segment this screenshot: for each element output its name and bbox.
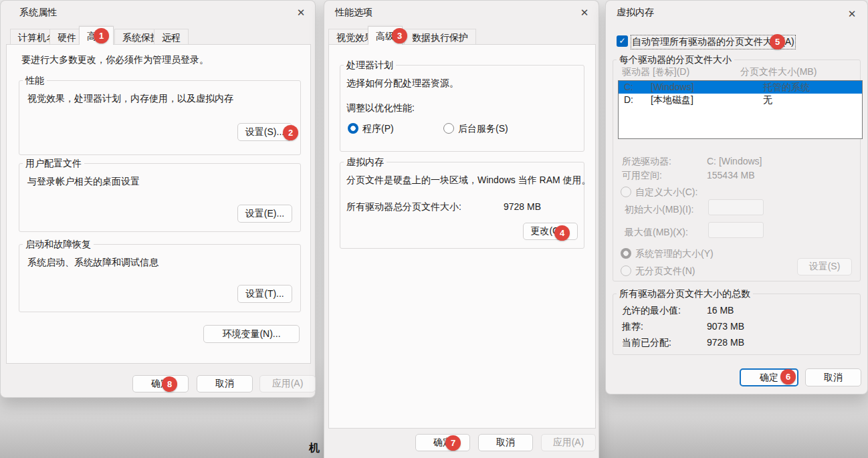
step-badge-3: 3 bbox=[392, 28, 407, 43]
background-services-radio[interactable] bbox=[443, 123, 454, 134]
initial-size-input bbox=[708, 199, 764, 215]
custom-size-radio bbox=[621, 187, 631, 197]
currently-allocated-label: 当前已分配: bbox=[622, 337, 671, 349]
system-managed-radio bbox=[621, 248, 631, 259]
per-drive-group: 每个驱动器的分页文件大小 驱动器 [卷标](D) 分页文件大小(MB) C: [… bbox=[613, 60, 861, 281]
auto-manage-checkbox[interactable]: ✓ bbox=[617, 35, 628, 47]
drive-letter: D: bbox=[624, 94, 633, 106]
startup-recovery-group-title: 启动和故障恢复 bbox=[23, 239, 94, 250]
startup-recovery-group-desc: 系统启动、系统故障和调试信息 bbox=[27, 257, 158, 269]
advanced-tab-panel: 要进行大多数更改，你必须作为管理员登录。 性能 视觉效果，处理器计划，内存使用，… bbox=[6, 44, 311, 364]
drive-letter: C: bbox=[624, 81, 633, 94]
drive-column-header: 驱动器 [卷标](D) bbox=[622, 66, 689, 78]
cancel-button[interactable]: 取消 bbox=[478, 434, 533, 451]
minimum-allowed-value: 16 MB bbox=[707, 305, 734, 316]
ok-button[interactable]: 确定 bbox=[415, 434, 470, 451]
virtual-memory-group: 虚拟内存 分页文件是硬盘上的一块区域，Windows 当作 RAM 使用。 所有… bbox=[340, 162, 584, 249]
performance-group-desc: 视觉效果，处理器计划，内存使用，以及虚拟内存 bbox=[27, 93, 233, 105]
cancel-button[interactable]: 取消 bbox=[197, 375, 253, 392]
tab-dep[interactable]: 数据执行保护 bbox=[404, 29, 476, 45]
ok-button[interactable]: 确定 bbox=[132, 375, 189, 392]
custom-size-radio-label: 自定义大小(C): bbox=[635, 187, 697, 199]
startup-recovery-settings-button[interactable]: 设置(T)... bbox=[237, 285, 292, 303]
step-badge-8: 8 bbox=[162, 376, 177, 392]
drive-paging-size: 托管的系统 bbox=[763, 81, 810, 94]
virtual-memory-group-title: 虚拟内存 bbox=[344, 156, 387, 168]
background-text-fragment: 机 bbox=[309, 441, 320, 455]
tab-strip: 视觉效果 高级 数据执行保护 bbox=[328, 26, 596, 45]
selected-drive-label: 所选驱动器: bbox=[622, 156, 671, 168]
step-badge-4: 4 bbox=[554, 225, 570, 241]
paging-file-desc: 分页文件是硬盘上的一块区域，Windows 当作 RAM 使用。 bbox=[346, 175, 591, 187]
user-profiles-group-title: 用户配置文件 bbox=[23, 158, 84, 169]
tab-strip: 计算机名 硬件 高级 系统保护 远程 bbox=[10, 26, 304, 45]
drive-paging-size: 无 bbox=[763, 94, 772, 106]
close-icon[interactable]: ✕ bbox=[292, 5, 310, 21]
performance-options-dialog: 性能选项 ✕ 视觉效果 高级 数据执行保护 3 处理器计划 选择如何分配处理器资… bbox=[324, 0, 599, 458]
programs-radio-label[interactable]: 程序(P) bbox=[362, 123, 394, 135]
tab-remote[interactable]: 远程 bbox=[154, 29, 189, 45]
user-profiles-group: 用户配置文件 与登录帐户相关的桌面设置 设置(E)... bbox=[19, 163, 301, 232]
processor-scheduling-group: 处理器计划 选择如何分配处理器资源。 调整以优化性能: 程序(P) 后台服务(S… bbox=[340, 65, 584, 152]
step-badge-1: 1 bbox=[94, 28, 109, 43]
total-paging-label: 所有驱动器总分页文件大小: bbox=[346, 201, 461, 213]
dialog-title: 系统属性 bbox=[19, 7, 57, 19]
set-button: 设置(S) bbox=[797, 258, 852, 275]
minimum-allowed-label: 允许的最小值: bbox=[622, 305, 681, 317]
apply-button: 应用(A) bbox=[259, 375, 316, 392]
no-paging-file-radio bbox=[621, 265, 631, 276]
step-badge-2: 2 bbox=[283, 125, 298, 140]
dialog-title: 虚拟内存 bbox=[617, 7, 654, 19]
drive-listbox[interactable]: C: [Windows] 托管的系统 D: [本地磁盘] 无 bbox=[618, 80, 863, 139]
max-size-label: 最大值(MB)(X): bbox=[625, 227, 688, 239]
currently-allocated-value: 9728 MB bbox=[707, 337, 744, 348]
advanced-tab-panel: 处理器计划 选择如何分配处理器资源。 调整以优化性能: 程序(P) 后台服务(S… bbox=[328, 44, 596, 429]
step-badge-5: 5 bbox=[770, 34, 785, 49]
initial-size-label: 初始大小(MB)(I): bbox=[625, 204, 693, 216]
system-managed-radio-label: 系统管理的大小(Y) bbox=[635, 248, 714, 260]
virtual-memory-dialog: 虚拟内存 ✕ ✓ 自动管理所有驱动器的分页文件大小(A) 5 每个驱动器的分页文… bbox=[605, 0, 868, 394]
environment-variables-button[interactable]: 环境变量(N)... bbox=[203, 325, 300, 343]
close-icon[interactable]: ✕ bbox=[843, 6, 861, 22]
step-badge-6: 6 bbox=[780, 369, 796, 384]
user-profiles-settings-button[interactable]: 设置(E)... bbox=[237, 205, 292, 223]
adjust-performance-label: 调整以优化性能: bbox=[346, 102, 415, 114]
totals-group: 所有驱动器分页文件大小的总数 允许的最小值: 16 MB 推荐: 9073 MB… bbox=[613, 294, 861, 355]
drive-row-d[interactable]: D: [本地磁盘] 无 bbox=[619, 94, 862, 106]
user-profiles-group-desc: 与登录帐户相关的桌面设置 bbox=[27, 176, 140, 188]
drive-volume: [Windows] bbox=[651, 81, 694, 94]
programs-radio[interactable] bbox=[348, 123, 358, 134]
performance-group: 性能 视觉效果，处理器计划，内存使用，以及虚拟内存 设置(S)... bbox=[19, 80, 301, 155]
virtual-memory-titlebar: 虚拟内存 ✕ bbox=[606, 1, 867, 25]
startup-recovery-group: 启动和故障恢复 系统启动、系统故障和调试信息 设置(T)... bbox=[19, 244, 301, 312]
processor-group-title: 处理器计划 bbox=[344, 60, 396, 71]
background-services-radio-label[interactable]: 后台服务(S) bbox=[458, 123, 508, 135]
recommended-label: 推荐: bbox=[622, 321, 643, 333]
close-icon[interactable]: ✕ bbox=[576, 5, 593, 21]
drive-volume: [本地磁盘] bbox=[651, 94, 693, 106]
available-space-label: 可用空间: bbox=[622, 170, 662, 182]
check-icon: ✓ bbox=[619, 36, 625, 45]
cancel-button[interactable]: 取消 bbox=[805, 368, 861, 386]
performance-group-title: 性能 bbox=[23, 75, 47, 86]
processor-group-desc: 选择如何分配处理器资源。 bbox=[346, 78, 459, 90]
selected-drive-value: C: [Windows] bbox=[707, 156, 762, 166]
size-column-header: 分页文件大小(MB) bbox=[740, 66, 817, 78]
system-properties-dialog: 系统属性 ✕ 计算机名 硬件 高级 系统保护 远程 1 要进行大多数更改，你必须… bbox=[0, 0, 316, 398]
admin-notice-text: 要进行大多数更改，你必须作为管理员登录。 bbox=[21, 54, 209, 66]
max-size-input bbox=[708, 222, 764, 238]
total-paging-value: 9728 MB bbox=[504, 201, 541, 212]
drive-row-c[interactable]: C: [Windows] 托管的系统 bbox=[619, 81, 862, 94]
system-properties-titlebar: 系统属性 ✕ bbox=[1, 1, 315, 25]
available-space-value: 155434 MB bbox=[707, 170, 755, 181]
performance-options-titlebar: 性能选项 ✕ bbox=[324, 1, 599, 25]
apply-button: 应用(A) bbox=[541, 434, 596, 451]
no-paging-file-radio-label: 无分页文件(N) bbox=[635, 265, 695, 277]
totals-group-title: 所有驱动器分页文件大小的总数 bbox=[617, 288, 753, 300]
dialog-title: 性能选项 bbox=[335, 7, 372, 19]
step-badge-7: 7 bbox=[445, 435, 461, 451]
per-drive-group-title: 每个驱动器的分页文件大小 bbox=[617, 54, 734, 66]
recommended-value: 9073 MB bbox=[707, 321, 744, 332]
